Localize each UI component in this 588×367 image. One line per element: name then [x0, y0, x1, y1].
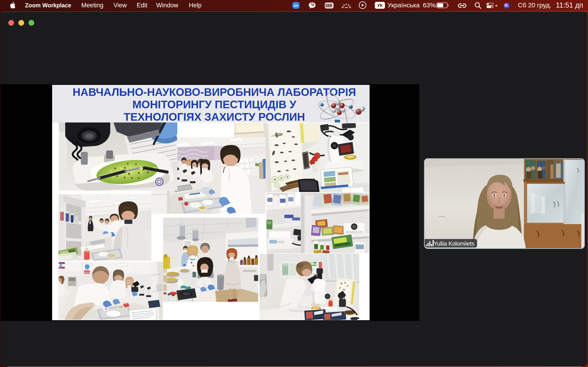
svg-text:УК: УК — [377, 3, 383, 8]
svg-text:zm: zm — [294, 4, 298, 7]
